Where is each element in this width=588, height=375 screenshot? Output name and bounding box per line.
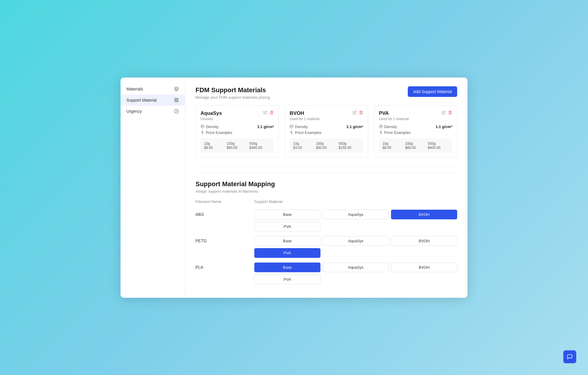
price-icon <box>201 130 204 135</box>
price-examples-table: 10g $8.00 100g $80.00 500g $400.00 <box>201 139 274 153</box>
card-header: BVOH Used for 1 material <box>290 110 363 121</box>
price-cell: 500g $400.00 <box>249 142 270 150</box>
card-status: Used for 1 material <box>290 117 319 121</box>
buttons-area: BaseAquaSysBVOHPVA <box>254 236 457 258</box>
material-btn-base[interactable]: Base <box>254 236 320 246</box>
material-btn-pva[interactable]: PVA <box>254 275 320 284</box>
material-card-bvoh: BVOH Used for 1 material Density <box>285 105 368 158</box>
chat-fab-button[interactable] <box>563 350 576 363</box>
svg-rect-2 <box>177 98 178 100</box>
mapping-table-header: Filament Name Support Material <box>196 199 457 206</box>
sidebar-item-label-materials: Materials <box>126 87 143 91</box>
price-cell: 100g $30.00 <box>316 142 337 150</box>
add-support-material-button[interactable]: Add Support Material <box>408 86 457 97</box>
mapping-row-petg: PETG BaseAquaSysBVOHPVA <box>196 236 457 258</box>
card-header: PVA Used for 1 material <box>379 110 452 121</box>
fdm-section: FDM Support Materials Manage your FDM su… <box>196 86 457 158</box>
svg-rect-4 <box>177 100 178 102</box>
price-icon <box>290 130 293 135</box>
sidebar-item-label-urgency: Urgency <box>126 109 142 114</box>
sidebar-item-label-support-material: Support Material <box>126 98 157 102</box>
filament-name: PLA <box>196 263 254 270</box>
card-status: Used for 1 material <box>379 117 409 121</box>
section-divider <box>196 167 457 167</box>
material-btn-bvoh[interactable]: BVOH <box>391 210 457 219</box>
mapping-row-abs: ABS BaseAquaSysBVOHPVA <box>196 210 457 231</box>
price-cell: 500g $400.00 <box>428 142 449 150</box>
density-icon <box>290 125 293 129</box>
svg-rect-1 <box>175 98 176 100</box>
price-cell: 10g $8.00 <box>204 142 225 150</box>
app-container: Materials Support Material Urgency FDM S… <box>121 78 467 298</box>
price-examples-table: 10g $3.00 100g $30.00 500g $150.00 <box>290 139 363 153</box>
material-btn-bvoh[interactable]: BVOH <box>391 236 457 246</box>
sidebar-item-materials[interactable]: Materials <box>121 83 185 95</box>
price-cell: 10g $3.00 <box>293 142 314 150</box>
material-btn-pva[interactable]: PVA <box>254 248 320 258</box>
buttons-area: BaseAquaSysBVOHPVA <box>254 263 457 284</box>
card-status: Unused <box>201 117 222 121</box>
price-cell: 100g $80.00 <box>405 142 426 150</box>
mapping-row-pla: PLA BaseAquaSysBVOHPVA <box>196 263 457 284</box>
price-cell: 10g $8.00 <box>382 142 403 150</box>
density-icon <box>379 125 383 129</box>
svg-rect-3 <box>175 100 176 102</box>
sidebar-item-support-material[interactable]: Support Material <box>121 95 185 106</box>
card-actions <box>442 110 452 115</box>
section-subtitle: Manage your FDM support materials pricin… <box>196 95 271 100</box>
material-btn-pva[interactable]: PVA <box>254 222 320 231</box>
card-name: PVA <box>379 110 409 116</box>
material-cards-grid: AquaSys Unused Density 1. <box>196 105 457 158</box>
buttons-area: BaseAquaSysBVOHPVA <box>254 210 457 231</box>
material-btn-bvoh[interactable]: BVOH <box>391 263 457 272</box>
card-name: AquaSys <box>201 110 222 116</box>
material-btn-aquasys[interactable]: AquaSys <box>323 263 389 272</box>
col-filament-header: Filament Name <box>196 199 254 204</box>
sidebar-item-urgency[interactable]: Urgency <box>121 106 185 117</box>
col-support-header: Support Material <box>254 199 457 204</box>
card-name: BVOH <box>290 110 319 116</box>
price-icon <box>379 130 383 135</box>
delete-icon[interactable] <box>448 110 452 115</box>
delete-icon[interactable] <box>359 110 363 115</box>
filament-name: PETG <box>196 236 254 243</box>
price-examples-table: 10g $8.00 100g $80.00 500g $400.00 <box>379 139 452 153</box>
density-icon <box>201 125 204 129</box>
main-content: FDM Support Materials Manage your FDM su… <box>185 78 467 298</box>
material-btn-aquasys[interactable]: AquaSys <box>323 210 389 219</box>
sidebar: Materials Support Material Urgency <box>121 78 185 298</box>
price-cell: 100g $80.00 <box>227 142 248 150</box>
material-card-pva: PVA Used for 1 material Density <box>374 105 457 158</box>
edit-icon[interactable] <box>353 110 357 115</box>
urgency-icon <box>174 109 179 114</box>
card-actions <box>353 110 363 115</box>
section-header: FDM Support Materials Manage your FDM su… <box>196 86 457 100</box>
support-material-icon <box>174 97 179 103</box>
delete-icon[interactable] <box>270 110 274 115</box>
material-btn-base[interactable]: Base <box>254 210 320 219</box>
section-title-area: FDM Support Materials Manage your FDM su… <box>196 86 271 100</box>
filament-name: ABS <box>196 210 254 217</box>
mapping-table: Filament Name Support Material ABS BaseA… <box>196 199 457 284</box>
card-header: AquaSys Unused <box>201 110 274 121</box>
material-btn-aquasys[interactable]: AquaSys <box>323 236 389 246</box>
card-props: Density 1.1 g/cm³ Price Examples <box>290 125 363 135</box>
material-card-aquasys: AquaSys Unused Density 1. <box>196 105 279 158</box>
card-props: Density 1.1 g/cm³ Price Examples <box>379 125 452 135</box>
section-title: FDM Support Materials <box>196 86 271 94</box>
materials-icon <box>174 86 179 92</box>
mapping-section: Support Material Mapping Assign support … <box>196 173 457 284</box>
card-props: Density 1.1 g/cm³ Price Examples <box>201 125 274 135</box>
material-btn-base[interactable]: Base <box>254 263 320 272</box>
price-cell: 500g $150.00 <box>339 142 360 150</box>
edit-icon[interactable] <box>263 110 267 115</box>
mapping-title: Support Material Mapping <box>196 180 457 188</box>
edit-icon[interactable] <box>442 110 446 115</box>
svg-marker-0 <box>174 87 178 89</box>
chat-icon <box>567 354 573 360</box>
card-actions <box>263 110 274 115</box>
mapping-subtitle: Assign support materials to filaments. <box>196 189 457 194</box>
